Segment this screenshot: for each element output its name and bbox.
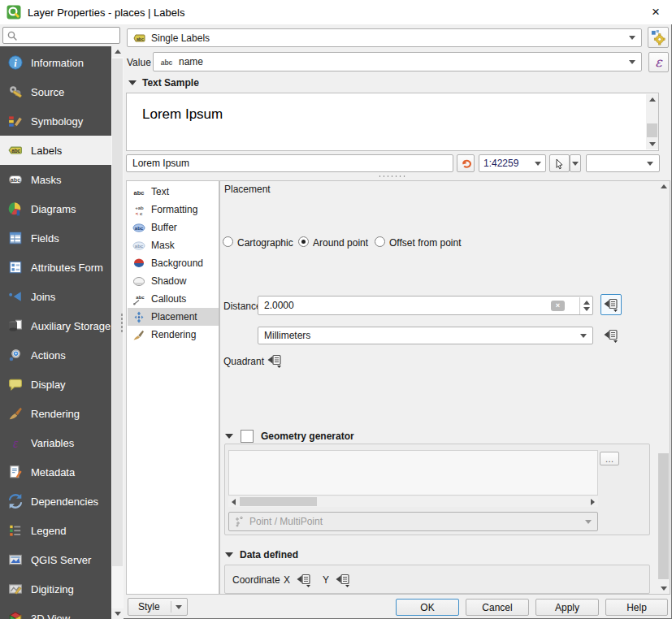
sidebar-item-fields[interactable]: Fields [0, 223, 111, 253]
map-scale-picker-dropdown[interactable] [570, 154, 581, 172]
scroll-up-icon[interactable] [111, 46, 124, 57]
expression-hscrollbar[interactable] [228, 496, 598, 507]
text-sample-header[interactable]: Text Sample [128, 77, 199, 89]
sidebar-item-information[interactable]: i Information [0, 48, 111, 77]
cartographic-radio-label[interactable]: Cartographic [237, 237, 293, 249]
sample-text-input[interactable] [131, 157, 449, 170]
offset-from-point-radio-label[interactable]: Offset from point [389, 237, 461, 249]
geometry-type-combo[interactable]: Point / MultiPoint [228, 512, 598, 531]
value-combo[interactable]: abc name [153, 52, 642, 71]
layer-properties-dialog: { "window": {"title": "Layer Properties … [0, 0, 672, 619]
clear-icon[interactable]: × [551, 301, 565, 311]
sidebar-item-source[interactable]: Source [0, 77, 111, 106]
sidebar-item-masks[interactable]: abc Masks [0, 165, 111, 194]
coordinate-y-override-button[interactable] [332, 569, 353, 591]
sidebar-item-rendering[interactable]: Rendering [0, 399, 111, 428]
offset-from-point-radio[interactable] [375, 236, 385, 247]
expression-more-button[interactable]: … [600, 452, 619, 465]
scroll-up-icon[interactable] [646, 94, 658, 105]
map-scale-picker-button[interactable] [549, 154, 570, 172]
sidebar-item-labels[interactable]: abc Labels [0, 136, 111, 165]
tab-formatting[interactable]: +ab< c Formatting [128, 201, 219, 219]
sidebar-item-digitizing[interactable]: Digitizing [0, 574, 111, 604]
sidebar-item-actions[interactable]: Actions [0, 340, 111, 370]
geometry-expression-editor[interactable] [228, 450, 598, 496]
sidebar-item-attributes-form[interactable]: Attributes Form [0, 253, 111, 282]
sidebar-item-3d-view[interactable]: 3D View [0, 604, 111, 619]
around-point-radio-label[interactable]: Around point [313, 237, 368, 249]
sidebar-item-auxiliary-storage[interactable]: Auxiliary Storage [0, 311, 111, 340]
help-button[interactable]: Help [605, 599, 668, 616]
geometry-generator-checkbox[interactable] [241, 430, 254, 443]
tab-buffer[interactable]: abc Buffer [128, 219, 219, 236]
tab-background[interactable]: Background [128, 254, 219, 272]
scroll-down-icon[interactable] [646, 139, 658, 149]
tab-rendering[interactable]: Rendering [128, 326, 219, 344]
placement-tab-icon [132, 311, 145, 323]
search-input[interactable] [18, 29, 115, 42]
splitter-handle[interactable] [378, 175, 407, 178]
distance-spinner[interactable] [579, 297, 592, 314]
tab-label: Mask [151, 240, 175, 251]
distance-input[interactable] [262, 299, 561, 312]
panel-scrollbar[interactable] [657, 181, 670, 594]
cancel-button[interactable]: Cancel [466, 599, 529, 616]
units-override-button[interactable] [600, 325, 622, 346]
preview-scale-combo[interactable]: 1:42259 [479, 154, 546, 172]
search-box[interactable] [2, 27, 120, 44]
distance-override-button[interactable] [600, 294, 622, 315]
tab-shadow[interactable]: Shadow [128, 272, 219, 290]
preview-scrollbar[interactable] [646, 94, 658, 149]
scroll-down-icon[interactable] [657, 583, 670, 594]
sidebar-item-qgis-server[interactable]: QGIS Server [0, 545, 111, 574]
sidebar-item-variables[interactable]: ε Variables [0, 428, 111, 457]
scroll-up-icon[interactable] [657, 181, 670, 192]
sidebar-item-joins[interactable]: Joins [0, 282, 111, 311]
hscrollbar-thumb[interactable] [240, 497, 317, 506]
around-point-radio[interactable] [298, 236, 309, 247]
tab-callouts[interactable]: abc Callouts [128, 290, 219, 308]
formatting-tab-icon: +ab< c [132, 204, 145, 216]
coordinate-x-override-button[interactable] [293, 569, 314, 591]
reset-sample-button[interactable] [457, 154, 475, 172]
ok-button[interactable]: OK [396, 599, 459, 616]
data-defined-header[interactable]: Data defined [225, 549, 298, 561]
sidebar-splitter-handle[interactable] [120, 313, 124, 334]
sidebar-item-display[interactable]: Display [0, 370, 111, 399]
tab-placement[interactable]: Placement [128, 308, 219, 326]
distance-spinbox[interactable]: × [258, 296, 593, 315]
tab-mask[interactable]: abc Mask [128, 236, 219, 254]
tab-text[interactable]: abc Text [128, 183, 219, 201]
sidebar-item-label: Variables [31, 437, 74, 449]
sidebar-item-symbology[interactable]: Symbology [0, 106, 111, 136]
spin-down-icon[interactable] [583, 307, 590, 311]
undo-arrow-icon [460, 158, 472, 170]
style-button[interactable]: Style [128, 598, 188, 616]
scroll-right-icon[interactable] [591, 499, 595, 505]
sidebar-item-legend[interactable]: Legend [0, 516, 111, 545]
svg-text:abc: abc [161, 58, 173, 67]
preview-scrollbar-thumb[interactable] [647, 123, 657, 137]
scroll-down-icon[interactable] [111, 608, 124, 619]
collapse-arrow-icon[interactable] [225, 552, 233, 557]
apply-button[interactable]: Apply [535, 599, 599, 616]
scale-value: 1:42259 [483, 158, 518, 169]
text-sample-preview: Lorem Ipsum [126, 93, 659, 151]
collapse-arrow-icon[interactable] [128, 80, 137, 85]
scroll-left-icon[interactable] [232, 499, 236, 505]
sample-background-combo[interactable] [586, 154, 660, 172]
cartographic-radio[interactable] [223, 236, 233, 247]
sidebar-item-dependencies[interactable]: Dependencies [0, 487, 111, 516]
auto-placement-settings-button[interactable] [648, 27, 669, 48]
panel-scrollbar-thumb[interactable] [658, 453, 669, 579]
quadrant-override-button[interactable] [264, 350, 285, 371]
spin-up-icon[interactable] [583, 301, 590, 305]
geometry-generator-header[interactable]: Geometry generator [225, 430, 354, 443]
distance-units-combo[interactable]: Millimeters [258, 327, 593, 344]
sidebar-item-diagrams[interactable]: Diagrams [0, 194, 111, 223]
close-icon[interactable]: × [644, 2, 667, 23]
expression-builder-button[interactable]: ε [648, 52, 669, 72]
sidebar-item-metadata[interactable]: Metadata [0, 457, 111, 487]
collapse-arrow-icon[interactable] [225, 434, 233, 439]
label-mode-combo[interactable]: abc Single Labels [127, 28, 642, 47]
